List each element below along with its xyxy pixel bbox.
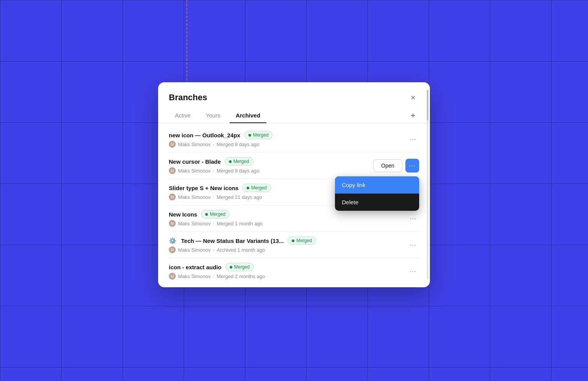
- merged-badge: Merged: [244, 131, 273, 139]
- branch-timestamp: Merged 2 months ago: [217, 274, 265, 279]
- branch-item: new icon — Outlook_24px Merged M Maks Si…: [158, 126, 430, 152]
- merged-badge: Merged: [201, 210, 230, 218]
- tab-active[interactable]: Active: [169, 108, 197, 123]
- branch-title-row: New cursor - Blade Merged: [169, 157, 373, 166]
- branch-author: Maks Simonov: [178, 274, 211, 279]
- tab-yours[interactable]: Yours: [200, 108, 227, 123]
- modal-header: Branches ×: [158, 82, 430, 104]
- branch-meta: M Maks Simonov · Merged 2 months ago: [169, 273, 407, 280]
- branch-author: Maks Simonov: [178, 168, 211, 174]
- branch-info: New Icons Merged M Maks Simonov · Merged…: [169, 210, 407, 227]
- branch-timestamp: Merged 1 month ago: [217, 221, 263, 226]
- branch-item: New cursor - Blade Merged M Maks Simonov…: [158, 153, 430, 179]
- badge-dot: [292, 239, 294, 242]
- branch-info: ⚙️ Tech — New Status Bar Variants (13...…: [169, 236, 407, 253]
- branch-name: Tech — New Status Bar Variants (13...: [181, 238, 284, 244]
- more-options-button[interactable]: ···: [407, 212, 419, 225]
- add-branch-button[interactable]: +: [407, 109, 419, 122]
- dropdown-item-delete[interactable]: Delete: [335, 194, 419, 211]
- merged-badge: Merged: [225, 263, 254, 271]
- badge-dot: [205, 213, 208, 216]
- badge-dot: [248, 134, 251, 137]
- meta-separator: ·: [213, 194, 214, 200]
- badge-label: Merged: [296, 238, 312, 243]
- branch-info: New cursor - Blade Merged M Maks Simonov…: [169, 157, 373, 174]
- gear-icon: ⚙️: [169, 237, 176, 244]
- more-options-button[interactable]: ···: [407, 239, 419, 251]
- merged-badge: Merged: [287, 236, 316, 245]
- branch-actions: ···: [407, 133, 419, 145]
- branch-actions: ···: [407, 212, 419, 225]
- branch-title-row: new icon — Outlook_24px Merged: [169, 131, 407, 139]
- avatar: M: [169, 273, 176, 280]
- branch-actions: ···: [407, 265, 419, 277]
- branch-name: New Icons: [169, 211, 197, 218]
- badge-dot: [229, 160, 232, 163]
- more-options-button-active[interactable]: ···: [405, 159, 419, 173]
- branch-author: Maks Simonov: [178, 221, 211, 226]
- meta-separator: ·: [213, 142, 214, 147]
- branch-meta: M Maks Simonov · Archived 1 month ago: [169, 246, 407, 253]
- merged-badge: Merged: [242, 184, 271, 192]
- tabs-row: Active Yours Archived +: [158, 104, 430, 123]
- branch-actions: ···: [407, 239, 419, 251]
- badge-label: Merged: [253, 132, 269, 138]
- avatar: M: [169, 141, 176, 148]
- branch-author: Maks Simonov: [178, 194, 211, 200]
- branch-name: New cursor - Blade: [169, 158, 221, 165]
- branch-item: ⚙️ Tech — New Status Bar Variants (13...…: [158, 232, 430, 258]
- branch-timestamp: Merged 8 days ago: [217, 142, 259, 147]
- meta-separator: ·: [213, 168, 214, 174]
- branch-timestamp: Merged 21 days ago: [217, 194, 262, 200]
- badge-label: Merged: [251, 185, 267, 190]
- open-button[interactable]: Open: [373, 159, 402, 172]
- more-options-button[interactable]: ···: [407, 133, 419, 145]
- branch-name: Slider type S + New icons: [169, 185, 238, 191]
- branch-item: icon - extract audio Merged M Maks Simon…: [158, 258, 430, 284]
- modal-title: Branches: [169, 93, 207, 103]
- meta-separator: ·: [213, 247, 214, 253]
- dropdown-item-copy-link[interactable]: Copy link: [335, 176, 419, 194]
- branch-meta: M Maks Simonov · Merged 8 days ago: [169, 141, 407, 148]
- branch-actions: Open ···: [373, 159, 419, 173]
- branch-name: new icon — Outlook_24px: [169, 132, 240, 138]
- avatar: M: [169, 194, 176, 200]
- merged-badge: Merged: [225, 157, 253, 166]
- meta-separator: ·: [213, 221, 214, 226]
- branch-title-row: icon - extract audio Merged: [169, 263, 407, 271]
- meta-separator: ·: [213, 274, 214, 279]
- branch-meta: M Maks Simonov · Merged 9 days ago: [169, 167, 373, 174]
- branch-info: icon - extract audio Merged M Maks Simon…: [169, 263, 407, 280]
- branch-author: Maks Simonov: [178, 247, 211, 253]
- branch-author: Maks Simonov: [178, 142, 211, 147]
- branch-name: icon - extract audio: [169, 264, 222, 270]
- avatar: M: [169, 220, 176, 227]
- branch-timestamp: Archived 1 month ago: [217, 247, 265, 253]
- modal-overlay: Branches × Active Yours Archived + new i…: [0, 0, 588, 381]
- dropdown-menu: Copy link Delete: [335, 176, 419, 211]
- badge-label: Merged: [234, 264, 250, 270]
- branch-info: new icon — Outlook_24px Merged M Maks Si…: [169, 131, 407, 148]
- branch-meta: M Maks Simonov · Merged 1 month ago: [169, 220, 407, 227]
- branch-title-row: ⚙️ Tech — New Status Bar Variants (13...…: [169, 236, 407, 245]
- avatar: M: [169, 246, 176, 253]
- branches-modal: Branches × Active Yours Archived + new i…: [158, 82, 430, 287]
- avatar: M: [169, 167, 176, 174]
- branch-title-row: New Icons Merged: [169, 210, 407, 218]
- scrollbar-thumb[interactable]: [427, 90, 428, 120]
- badge-label: Merged: [210, 212, 225, 217]
- more-options-button[interactable]: ···: [407, 265, 419, 277]
- tab-archived[interactable]: Archived: [230, 108, 266, 123]
- close-button[interactable]: ×: [407, 91, 419, 104]
- badge-dot: [230, 266, 232, 269]
- branch-timestamp: Merged 9 days ago: [217, 168, 259, 174]
- branch-list: new icon — Outlook_24px Merged M Maks Si…: [158, 123, 430, 287]
- badge-dot: [247, 187, 249, 189]
- badge-label: Merged: [234, 159, 249, 164]
